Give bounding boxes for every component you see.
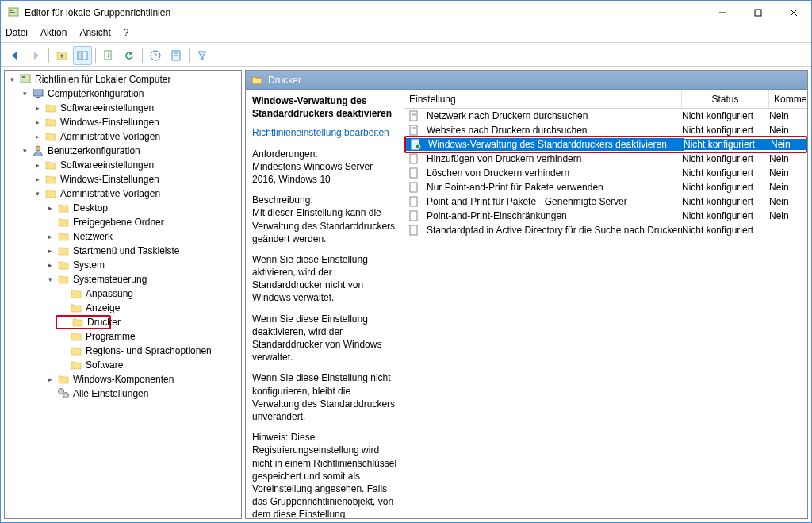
row-status: Nicht konfiguriert xyxy=(682,110,769,121)
tree-label: Software xyxy=(86,360,123,371)
tree-item[interactable]: ▸Softwareeinstellungen xyxy=(5,158,241,172)
col-comment[interactable]: Kommentar xyxy=(769,90,807,108)
close-button[interactable] xyxy=(776,1,811,25)
row-status: Nicht konfiguriert xyxy=(682,225,769,236)
svg-rect-32 xyxy=(410,197,417,206)
list-row[interactable]: Nur Point-and-Print für Pakete verwenden… xyxy=(404,180,807,194)
edit-policy-link[interactable]: Richtlinieneinstellung bearbeiten xyxy=(252,126,389,139)
description-p4: Wenn Sie diese Einstellung nicht konfigu… xyxy=(252,371,397,423)
maximize-button[interactable] xyxy=(740,1,776,25)
description-p5: Hinweis: Diese Registrierungseinstellung… xyxy=(252,431,397,518)
folder-icon xyxy=(57,202,70,214)
col-setting[interactable]: Einstellung xyxy=(404,90,682,108)
tree-root[interactable]: ▾ Richtlinien für Lokaler Computer xyxy=(5,72,241,87)
refresh-button[interactable] xyxy=(120,46,139,65)
expander-icon[interactable]: ▾ xyxy=(19,145,30,156)
expander-icon[interactable]: ▾ xyxy=(44,274,56,285)
tree-item[interactable]: ▸Desktop xyxy=(5,201,241,215)
list-row-selected[interactable]: Windows-Verwaltung des Standarddruckers … xyxy=(406,137,807,152)
expander-icon[interactable]: ▾ xyxy=(32,188,43,199)
menu-view[interactable]: Ansicht xyxy=(79,27,110,38)
expander-icon[interactable]: ▸ xyxy=(44,245,56,256)
settings-list[interactable]: Einstellung Status Kommentar Netzwerk na… xyxy=(404,90,807,518)
tree-item[interactable]: ▸System xyxy=(5,258,241,272)
tree-item[interactable]: ▸Anzeige xyxy=(5,301,241,315)
tree-admin-templates[interactable]: ▾Administrative Vorlagen xyxy=(5,187,241,201)
divider xyxy=(1,42,811,43)
help-button[interactable]: ? xyxy=(146,46,165,65)
export-button[interactable] xyxy=(99,46,118,65)
list-row[interactable]: Point-and-Print für Pakete - Genehmigte … xyxy=(404,194,807,209)
folder-icon xyxy=(70,287,82,300)
expander-icon[interactable]: ▸ xyxy=(44,231,56,242)
up-button[interactable] xyxy=(52,46,71,65)
svg-rect-18 xyxy=(36,97,40,98)
tree-view[interactable]: ▾ Richtlinien für Lokaler Computer ▾ Com… xyxy=(4,70,242,519)
svg-point-19 xyxy=(36,146,40,151)
toolbar-separator xyxy=(95,48,96,63)
svg-rect-7 xyxy=(78,52,82,60)
list-row[interactable]: Netzwerk nach Druckern durchsuchen Nicht… xyxy=(404,109,807,123)
list-row[interactable]: Hinzufügen von Druckern verhindern Nicht… xyxy=(404,152,807,166)
tree-user-config[interactable]: ▾ Benutzerkonfiguration xyxy=(5,144,241,158)
row-comment: Nein xyxy=(769,125,807,136)
tree-item[interactable]: ▸Windows-Komponenten xyxy=(5,372,241,386)
toolbar-separator xyxy=(142,48,143,63)
svg-rect-33 xyxy=(410,211,417,221)
tree-item[interactable]: ▸Programme xyxy=(5,329,241,344)
back-button[interactable] xyxy=(6,46,25,65)
expander-icon[interactable]: ▸ xyxy=(44,260,56,271)
expander-icon[interactable]: ▸ xyxy=(32,102,43,113)
tree-computer-config[interactable]: ▾ Computerkonfiguration xyxy=(5,87,241,101)
expander-icon[interactable]: ▸ xyxy=(32,131,43,142)
tree-label: Systemsteuerung xyxy=(73,274,147,285)
tree-item[interactable]: ▸Freigegebene Ordner xyxy=(5,215,241,229)
tree-item[interactable]: ▸Startmenü und Taskleiste xyxy=(5,244,241,258)
tree-label: Drucker xyxy=(87,317,121,328)
minimize-button[interactable] xyxy=(704,1,740,25)
tree-control-panel[interactable]: ▾Systemsteuerung xyxy=(5,272,241,286)
col-status[interactable]: Status xyxy=(682,90,769,108)
expander-icon[interactable]: ▸ xyxy=(32,174,43,185)
tree-item[interactable]: ▸Regions- und Sprachoptionen xyxy=(5,344,241,358)
properties-button[interactable] xyxy=(167,46,186,65)
list-row[interactable]: Standardpfad in Active Directory für die… xyxy=(404,223,807,237)
menu-action[interactable]: Aktion xyxy=(40,27,67,38)
row-comment: Nein xyxy=(769,110,807,121)
list-row[interactable]: Löschen von Druckern verhindern Nicht ko… xyxy=(404,166,807,180)
filter-button[interactable] xyxy=(193,46,212,65)
menu-file[interactable]: Datei xyxy=(6,27,28,38)
expander-icon[interactable]: ▸ xyxy=(32,117,43,128)
tree-item[interactable]: ▸Software xyxy=(5,358,241,372)
list-header: Einstellung Status Kommentar xyxy=(404,90,807,109)
expander-icon[interactable]: ▸ xyxy=(44,374,56,385)
show-hide-tree-button[interactable] xyxy=(73,46,92,65)
list-row[interactable]: Point-and-Print-Einschränkungen Nicht ko… xyxy=(404,209,807,223)
tree-item[interactable]: ▸Windows-Einstellungen xyxy=(5,172,241,187)
tree-label: Windows-Einstellungen xyxy=(60,117,159,128)
tree-item[interactable]: ▸Alle Einstellungen xyxy=(5,386,241,401)
row-status: Nicht konfiguriert xyxy=(684,139,771,150)
folder-icon xyxy=(70,302,82,314)
tree-item[interactable]: ▸Netzwerk xyxy=(5,229,241,244)
expander-icon[interactable]: ▾ xyxy=(6,74,17,85)
tree-item[interactable]: ▸Anpassung xyxy=(5,286,241,301)
row-text: Point-and-Print für Pakete - Genehmigte … xyxy=(427,196,627,207)
tree-item-printer-selected[interactable]: ▸Drucker xyxy=(56,315,111,329)
tree-item[interactable]: ▸Administrative Vorlagen xyxy=(5,129,241,144)
tree-label: Softwareeinstellungen xyxy=(60,160,154,171)
list-row[interactable]: Websites nach Druckern durchsuchen Nicht… xyxy=(404,123,807,137)
description-p3: Wenn Sie diese Einstellung deaktivieren,… xyxy=(252,313,397,364)
tree-label: Softwareeinstellungen xyxy=(60,102,154,113)
expander-icon[interactable]: ▾ xyxy=(19,88,30,99)
row-comment: Nein xyxy=(769,196,807,207)
row-text: Windows-Verwaltung des Standarddruckers … xyxy=(428,139,667,150)
tree-item[interactable]: ▸Windows-Einstellungen xyxy=(5,115,241,129)
tree-label: Administrative Vorlagen xyxy=(60,188,160,199)
tree-item[interactable]: ▸Softwareeinstellungen xyxy=(5,101,241,115)
folder-icon xyxy=(57,244,70,257)
menu-help[interactable]: ? xyxy=(124,27,129,38)
expander-icon[interactable]: ▸ xyxy=(32,160,43,171)
forward-button[interactable] xyxy=(26,46,45,65)
expander-icon[interactable]: ▸ xyxy=(44,202,56,213)
